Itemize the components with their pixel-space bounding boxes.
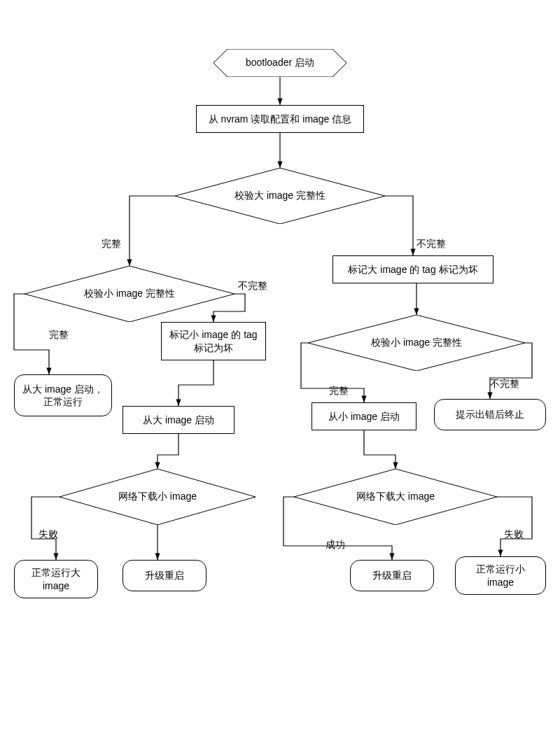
edge-dlbig-success: 成功 [326, 539, 345, 551]
edge-smallR-incomplete: 不完整 [490, 378, 519, 390]
reboot-left-label: 升级重启 [145, 569, 184, 582]
verify-small-right-node: 校验小 image 完整性 [308, 315, 525, 371]
download-big-label: 网络下载大 image [356, 491, 435, 503]
run-big-label: 正常运行大 image [20, 566, 92, 591]
mark-small-bad-node: 标记小 image 的 tag 标记为坏 [161, 322, 266, 360]
edge-dlbig-fail: 失败 [504, 528, 524, 541]
download-small-label: 网络下载小 image [118, 491, 197, 503]
run-big-node: 正常运行大 image [14, 560, 98, 598]
verify-small-left-node: 校验小 image 完整性 [24, 266, 234, 322]
verify-big-label: 校验大 image 完整性 [234, 190, 326, 202]
run-small-node: 正常运行小 image [455, 556, 546, 595]
mark-small-bad-label: 标记小 image 的 tag 标记为坏 [167, 328, 260, 353]
edge-smallL-incomplete: 不完整 [238, 280, 267, 293]
reboot-right-label: 升级重启 [372, 569, 412, 582]
boot-small-node: 从小 image 启动 [312, 402, 416, 430]
edge-big-incomplete: 不完整 [416, 238, 446, 251]
read-nvram-label: 从 nvram 读取配置和 image 信息 [209, 113, 352, 125]
error-stop-label: 提示出错后终止 [456, 408, 524, 421]
reboot-right-node: 升级重启 [350, 560, 434, 591]
error-stop-node: 提示出错后终止 [434, 399, 546, 430]
start-label: bootloader 启动 [246, 57, 314, 69]
edge-smallR-complete: 完整 [329, 385, 349, 397]
boot-big-normal-label: 从大 image 启动，正常运行 [20, 383, 106, 408]
download-big-node: 网络下载大 image [294, 469, 497, 525]
reboot-left-node: 升级重启 [122, 560, 206, 591]
edge-smallL-complete: 完整 [49, 329, 69, 342]
mark-big-bad-node: 标记大 image 的 tag 标记为坏 [332, 255, 493, 283]
run-small-label: 正常运行小 image [461, 563, 540, 588]
boot-small-label: 从小 image 启动 [328, 410, 400, 423]
read-nvram-node: 从 nvram 读取配置和 image 信息 [196, 105, 364, 133]
edge-big-complete: 完整 [102, 238, 121, 251]
flowchart-canvas: bootloader 启动 从 nvram 读取配置和 image 信息 校验大… [0, 0, 560, 746]
verify-small-left-label: 校验小 image 完整性 [84, 288, 175, 300]
start-node: bootloader 启动 [214, 49, 346, 77]
edge-dlsmall-fail: 失败 [38, 528, 58, 541]
verify-small-right-label: 校验小 image 完整性 [371, 337, 462, 349]
boot-big-normal-node: 从大 image 启动，正常运行 [14, 374, 112, 416]
mark-big-bad-label: 标记大 image 的 tag 标记为坏 [348, 263, 477, 276]
verify-big-node: 校验大 image 完整性 [175, 168, 385, 224]
boot-big-label: 从大 image 启动 [143, 414, 214, 426]
boot-big-node: 从大 image 启动 [122, 406, 234, 434]
download-small-node: 网络下载小 image [59, 469, 255, 525]
